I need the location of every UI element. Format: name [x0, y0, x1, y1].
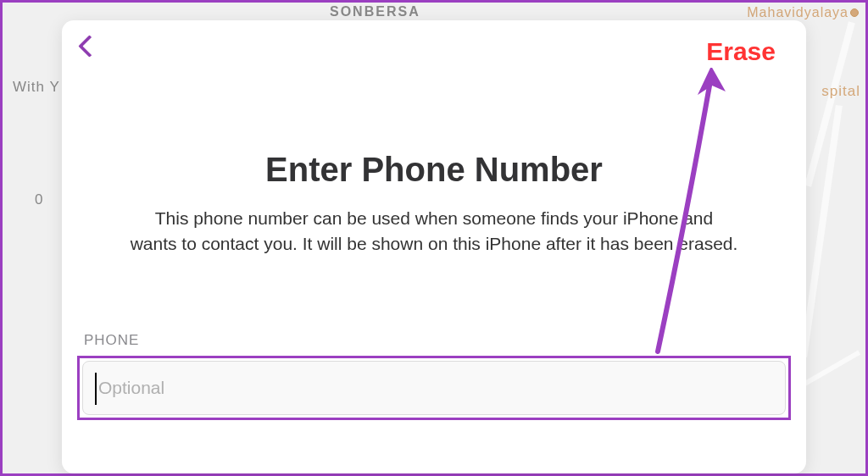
map-label-sonbersa: SONBERSA — [330, 4, 420, 19]
phone-field-label: PHONE — [84, 332, 791, 349]
erase-action-button[interactable]: Erase — [706, 37, 776, 66]
map-label-zero: 0 — [35, 191, 43, 208]
modal-description: This phone number can be used when someo… — [130, 206, 738, 257]
map-label-mahavidyalaya: Mahavidyalaya — [747, 5, 859, 20]
map-label-spital: spital — [821, 83, 860, 100]
modal-header: Erase — [62, 20, 806, 66]
chevron-left-icon — [79, 36, 92, 58]
map-poi-dot — [850, 8, 859, 17]
modal-title: Enter Phone Number — [62, 151, 806, 189]
map-road — [799, 350, 860, 388]
phone-section: PHONE — [62, 332, 806, 420]
phone-input-container[interactable] — [82, 361, 786, 415]
back-button[interactable] — [79, 36, 92, 58]
annotation-input-highlight — [77, 356, 791, 420]
text-cursor — [95, 373, 97, 405]
map-label-with: With Y — [13, 79, 60, 96]
phone-input[interactable] — [98, 362, 770, 414]
erase-phone-modal: Erase Enter Phone Number This phone numb… — [62, 20, 806, 473]
